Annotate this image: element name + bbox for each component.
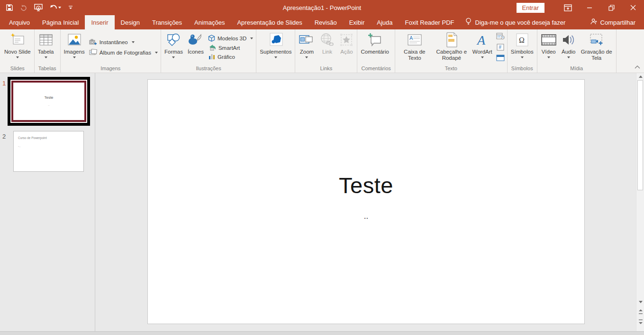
group-label-links: Links — [296, 65, 356, 73]
slide-number-icon: # — [497, 44, 504, 53]
ribbon-group-imagens: Imagens Instantâneo Álbum de Fotografias — [61, 29, 161, 73]
table-button[interactable]: Tabela — [36, 30, 56, 65]
group-label-slides: Slides — [2, 65, 33, 73]
smartart-button[interactable]: SmartArt — [208, 44, 253, 52]
svg-text:Ω: Ω — [519, 36, 525, 44]
scrollbar-thumb[interactable] — [637, 80, 643, 190]
start-slideshow-icon[interactable] — [34, 4, 43, 11]
tab-animacoes[interactable]: Animações — [188, 15, 231, 29]
dropdown-caret-icon — [250, 37, 253, 39]
audio-icon — [562, 32, 576, 48]
screen-recording-button[interactable]: Gravação de Tela — [578, 30, 615, 65]
photo-album-icon — [89, 49, 97, 57]
tab-apresentacao-de-slides[interactable]: Apresentação de Slides — [231, 15, 308, 29]
3d-models-button[interactable]: Modelos 3D — [208, 35, 253, 43]
symbols-button[interactable]: Ω Símbolos — [508, 30, 536, 65]
tell-me-box[interactable]: Diga-me o que você deseja fazer — [461, 15, 571, 29]
group-label-suplementos — [257, 65, 294, 73]
tab-transicoes[interactable]: Transições — [146, 15, 188, 29]
collapse-ribbon-icon[interactable] — [635, 62, 640, 71]
dropdown-caret-icon — [305, 56, 308, 58]
video-button[interactable]: Vídeo — [538, 30, 559, 65]
zoom-button[interactable]: Zoom — [296, 30, 317, 65]
picture-icon — [67, 32, 82, 48]
pictures-button[interactable]: Imagens — [62, 30, 87, 65]
save-icon[interactable] — [6, 4, 13, 11]
lightbulb-icon — [465, 18, 472, 27]
audio-button[interactable]: Áudio — [559, 30, 578, 65]
undo-dropdown-icon[interactable] — [58, 7, 61, 9]
ribbon-group-slides: Novo Slide Slides — [1, 29, 35, 73]
chart-icon — [208, 53, 215, 61]
date-time-button[interactable] — [496, 32, 505, 42]
share-label: Compartilhar — [600, 19, 635, 26]
new-slide-icon — [10, 32, 25, 48]
slide-editing-surface[interactable]: Teste .. — [147, 79, 585, 324]
comment-button[interactable]: Comentário — [358, 30, 391, 65]
new-slide-button[interactable]: Novo Slide — [2, 30, 33, 65]
text-box-button[interactable]: A Caixa de Texto — [396, 30, 433, 65]
link-button: Link — [317, 30, 337, 65]
wordart-button[interactable]: A WordArt — [470, 30, 495, 65]
ribbon: Novo Slide Slides Tabela Tabelas — [0, 29, 644, 73]
ribbon-display-options-icon[interactable] — [557, 0, 579, 15]
slide-number-button[interactable]: # — [496, 44, 505, 53]
restore-button[interactable] — [600, 0, 622, 15]
slide-thumbnail-panel: 1 Teste .. 2 Curso de Powerpoint -.. — [0, 73, 95, 331]
tab-foxit-reader-pdf[interactable]: Foxit Reader PDF — [399, 15, 460, 29]
dropdown-caret-icon — [547, 56, 550, 58]
tab-design[interactable]: Design — [115, 15, 146, 29]
dropdown-caret-icon — [521, 56, 524, 58]
scroll-up-icon[interactable] — [637, 74, 644, 80]
previous-slide-icon[interactable] — [637, 308, 644, 315]
slide-1-annotation-rectangle[interactable]: Teste .. — [8, 77, 90, 126]
tab-pagina-inicial[interactable]: Página Inicial — [36, 15, 85, 29]
action-button: Ação — [337, 30, 356, 65]
group-label-midia: Mídia — [538, 65, 615, 73]
add-ins-button[interactable]: Suplementos — [257, 30, 294, 65]
slide-title-text[interactable]: Teste — [148, 172, 584, 198]
ribbon-group-comentarios: Comentário Comentários — [357, 29, 395, 73]
dropdown-caret-icon — [172, 56, 175, 58]
screenshot-icon — [89, 38, 97, 46]
slide-2-thumbnail[interactable]: Curso de Powerpoint -.. — [13, 131, 84, 172]
chart-button[interactable]: Gráfico — [208, 53, 253, 61]
share-person-icon — [590, 18, 598, 27]
header-footer-icon — [445, 32, 458, 48]
minimize-button[interactable] — [579, 0, 600, 15]
ribbon-tab-bar: Arquivo Página Inicial Inserir Design Tr… — [0, 15, 644, 29]
customize-quick-access-icon[interactable] — [68, 5, 73, 10]
status-bar — [0, 331, 644, 335]
object-button[interactable] — [496, 55, 505, 63]
wordart-icon: A — [475, 32, 490, 48]
tab-revisao[interactable]: Revisão — [308, 15, 343, 29]
tell-me-label: Diga-me o que você deseja fazer — [475, 19, 566, 26]
tab-ajuda[interactable]: Ajuda — [371, 15, 399, 29]
slide-1-thumbnail[interactable]: Teste .. — [11, 81, 86, 122]
next-slide-icon[interactable] — [637, 319, 644, 325]
scroll-down-icon[interactable] — [637, 299, 644, 305]
ribbon-group-links: Zoom Link Ação Links — [295, 29, 357, 73]
close-button[interactable] — [622, 0, 644, 15]
comment-icon — [367, 32, 382, 48]
tab-exibir[interactable]: Exibir — [343, 15, 371, 29]
dropdown-caret-icon — [567, 56, 570, 58]
header-footer-button[interactable]: Cabeçalho e Rodapé — [433, 30, 470, 65]
screenshot-button[interactable]: Instantâneo — [89, 38, 158, 46]
svg-text:A: A — [409, 35, 413, 41]
workspace: 1 Teste .. 2 Curso de Powerpoint -.. Tes… — [0, 73, 644, 331]
ribbon-group-tabelas: Tabela Tabelas — [35, 29, 61, 73]
tab-arquivo[interactable]: Arquivo — [3, 15, 36, 29]
group-label-tabelas: Tabelas — [36, 65, 59, 73]
ribbon-group-suplementos: Suplementos — [256, 29, 295, 73]
title-bar: Apresentação1 - PowerPoint Entrar — [0, 0, 644, 15]
undo-icon[interactable] — [49, 4, 61, 11]
tab-inserir[interactable]: Inserir — [85, 15, 114, 29]
photo-album-button[interactable]: Álbum de Fotografias — [89, 49, 158, 57]
shapes-button[interactable]: Formas — [162, 30, 185, 65]
dropdown-caret-icon — [45, 56, 47, 58]
slide-subtitle-text[interactable]: .. — [148, 212, 584, 221]
share-button[interactable]: Compartilhar — [590, 15, 644, 29]
icons-button[interactable]: Ícones — [185, 30, 206, 65]
sign-in-button[interactable]: Entrar — [517, 3, 544, 13]
